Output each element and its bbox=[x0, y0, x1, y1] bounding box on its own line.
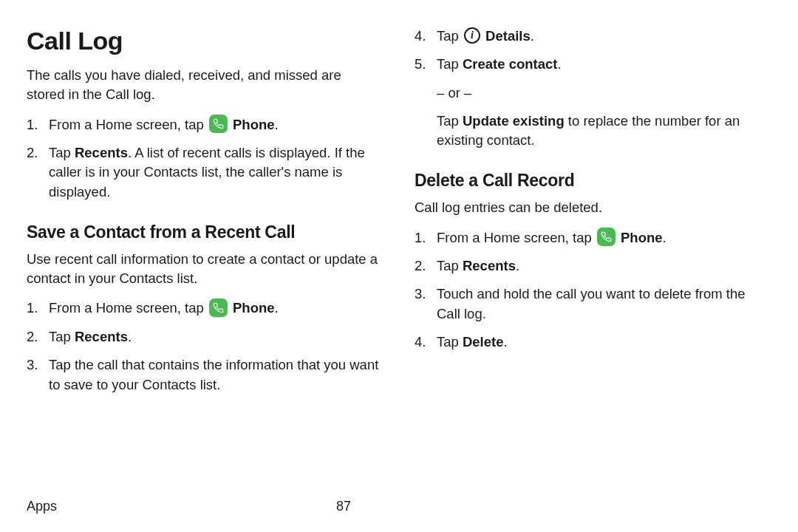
right-column: Tap i Details. Tap Create contact. – or … bbox=[415, 27, 767, 403]
step-text: Tap bbox=[437, 258, 463, 273]
step-text: From a Home screen, tap bbox=[49, 300, 208, 316]
create-contact-label: Create contact bbox=[463, 56, 558, 72]
step-text: Tap bbox=[437, 113, 463, 129]
step-text: Tap bbox=[437, 28, 463, 44]
page-number: 87 bbox=[336, 499, 351, 514]
details-label: Details bbox=[485, 28, 531, 44]
step-text: Tap bbox=[49, 329, 75, 344]
delete-record-steps: From a Home screen, tap Phone. Tap Recen… bbox=[415, 228, 767, 352]
or-divider: – or – bbox=[415, 83, 767, 103]
intro-text: The calls you have dialed, received, and… bbox=[27, 66, 379, 105]
save-contact-steps: From a Home screen, tap Phone. Tap Recen… bbox=[27, 299, 379, 394]
recents-label: Recents bbox=[75, 145, 128, 160]
list-item: From a Home screen, tap Phone. bbox=[415, 228, 767, 248]
left-column: Call Log The calls you have dialed, rece… bbox=[27, 27, 379, 403]
list-item: From a Home screen, tap Phone. bbox=[27, 299, 379, 318]
section-intro: Call log entries can be deleted. bbox=[415, 198, 767, 217]
list-item: Tap Recents. bbox=[415, 256, 767, 276]
list-item: Tap Recents. bbox=[27, 327, 379, 347]
delete-label: Delete bbox=[463, 334, 504, 349]
section-heading: Save a Contact from a Recent Call bbox=[27, 222, 379, 242]
step-text: . bbox=[275, 117, 279, 132]
footer-section: Apps bbox=[27, 499, 57, 514]
list-item: Tap the call that contains the informati… bbox=[27, 355, 379, 395]
alt-instruction: Tap Update existing to replace the numbe… bbox=[415, 112, 767, 151]
phone-label: Phone bbox=[233, 117, 275, 132]
list-item: Tap Recents. A list of recent calls is d… bbox=[27, 143, 379, 202]
phone-icon bbox=[597, 228, 615, 246]
phone-icon bbox=[209, 299, 228, 317]
step-text: . bbox=[504, 334, 508, 349]
list-item: Tap i Details. bbox=[415, 27, 767, 46]
step-text: Tap bbox=[49, 145, 75, 160]
step-text: Tap bbox=[437, 56, 463, 72]
step-text: Tap bbox=[437, 334, 463, 349]
section-intro: Use recent call information to create a … bbox=[27, 250, 379, 289]
list-item: From a Home screen, tap Phone. bbox=[27, 115, 379, 135]
list-item: Tap Delete. bbox=[415, 332, 767, 352]
step-text: . bbox=[557, 56, 561, 72]
step-text: . bbox=[128, 329, 132, 344]
recents-label: Recents bbox=[75, 329, 128, 344]
list-item: Touch and hold the call you want to dele… bbox=[415, 284, 767, 324]
phone-label: Phone bbox=[621, 230, 663, 245]
calllog-steps: From a Home screen, tap Phone. Tap Recen… bbox=[27, 115, 379, 202]
page-title: Call Log bbox=[27, 27, 379, 55]
update-existing-label: Update existing bbox=[463, 113, 565, 129]
list-item: Tap Create contact. bbox=[415, 55, 767, 74]
info-icon: i bbox=[464, 27, 480, 44]
section-heading: Delete a Call Record bbox=[415, 171, 767, 191]
step-text: . bbox=[275, 300, 279, 316]
phone-label: Phone bbox=[233, 300, 275, 316]
recents-label: Recents bbox=[463, 258, 516, 273]
step-text: . bbox=[516, 258, 519, 273]
phone-icon bbox=[209, 115, 228, 133]
step-text: From a Home screen, tap bbox=[437, 230, 596, 245]
step-text: From a Home screen, tap bbox=[49, 117, 208, 132]
step-text: . bbox=[663, 230, 666, 245]
save-contact-steps-cont: Tap i Details. Tap Create contact. bbox=[415, 27, 767, 75]
step-text: . bbox=[531, 28, 534, 44]
